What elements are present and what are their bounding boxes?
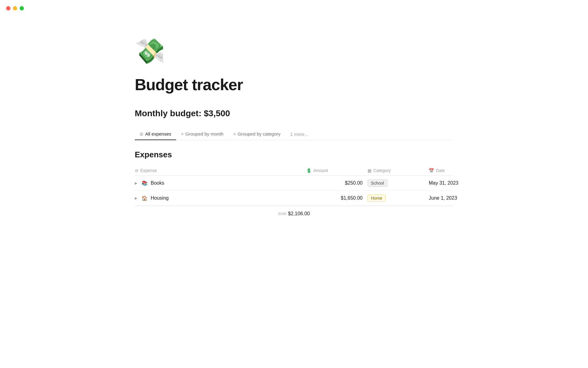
traffic-lights — [6, 6, 24, 10]
table-header: ⊖ Expense 💲 Amount ▦ Category 📅 Date — [135, 166, 453, 176]
books-emoji: 📚 — [141, 180, 148, 186]
date-cell-housing: June 1, 2023 — [429, 195, 514, 201]
close-button[interactable] — [6, 6, 10, 10]
col-category: ▦ Category — [368, 168, 429, 173]
table-row: ▶ 🏠 Housing $1,650.00 Home June 1, 2023 — [135, 191, 453, 206]
date-cell-books: May 31, 2023 — [429, 180, 514, 186]
minimize-button[interactable] — [13, 6, 17, 10]
maximize-button[interactable] — [20, 6, 24, 10]
col-amount-label: Amount — [313, 168, 328, 173]
amount-cell-books: $250.00 — [306, 180, 368, 186]
more-tabs[interactable]: 1 more... — [285, 128, 313, 140]
col-category-label: Category — [373, 168, 391, 173]
page-title: Budget tracker — [135, 75, 453, 94]
housing-emoji: 🏠 — [141, 195, 148, 201]
school-badge[interactable]: School — [368, 179, 387, 187]
dollar-circle-icon: 💲 — [306, 168, 311, 173]
section-title: Expenses — [135, 150, 453, 159]
minus-circle-icon: ⊖ — [135, 168, 138, 173]
list-icon-1: ≡ — [181, 132, 183, 136]
sum-value: $2,106.00 — [288, 211, 310, 217]
sum-row: SUM $2,106.00 — [135, 206, 453, 221]
grid-icon: ▦ — [368, 168, 371, 173]
monthly-budget: Monthly budget: $3,500 — [135, 109, 453, 118]
main-content: 💸 Budget tracker Monthly budget: $3,500 … — [110, 0, 478, 246]
page-icon: 💸 — [135, 37, 453, 66]
calendar-icon: 📅 — [429, 168, 434, 173]
col-amount: 💲 Amount — [306, 168, 368, 173]
col-date: 📅 Date — [429, 168, 514, 173]
tab-grouped-by-month[interactable]: ≡ Grouped by month — [176, 128, 228, 140]
housing-label: Housing — [151, 195, 169, 201]
tab-grouped-by-month-label: Grouped by month — [185, 131, 223, 136]
col-expense-label: Expense — [140, 168, 157, 173]
tab-grouped-by-category[interactable]: ≡ Grouped by category — [228, 128, 285, 140]
category-cell-housing: Home — [368, 194, 429, 202]
row-toggle-housing[interactable]: ▶ — [135, 196, 137, 200]
row-toggle-books[interactable]: ▶ — [135, 181, 137, 185]
table-row: ▶ 📚 Books $250.00 School May 31, 2023 — [135, 176, 453, 191]
tabs-container: ⊞ All expenses ≡ Grouped by month ≡ Grou… — [135, 128, 453, 140]
expense-cell-housing: ▶ 🏠 Housing — [135, 195, 306, 201]
books-label: Books — [151, 180, 164, 186]
expense-cell-books: ▶ 📚 Books — [135, 180, 306, 186]
col-date-label: Date — [436, 168, 445, 173]
tab-grouped-by-category-label: Grouped by category — [238, 131, 281, 136]
amount-cell-housing: $1,650.00 — [306, 195, 368, 201]
table-icon: ⊞ — [140, 132, 143, 136]
tab-all-expenses-label: All expenses — [145, 131, 171, 136]
home-badge[interactable]: Home — [368, 194, 386, 202]
category-cell-books: School — [368, 179, 429, 187]
list-icon-2: ≡ — [233, 132, 236, 136]
sum-label: SUM — [278, 212, 286, 216]
col-expense: ⊖ Expense — [135, 168, 306, 173]
tab-all-expenses[interactable]: ⊞ All expenses — [135, 128, 176, 140]
expenses-table: Expenses ⊖ Expense 💲 Amount ▦ Category 📅… — [135, 150, 453, 221]
